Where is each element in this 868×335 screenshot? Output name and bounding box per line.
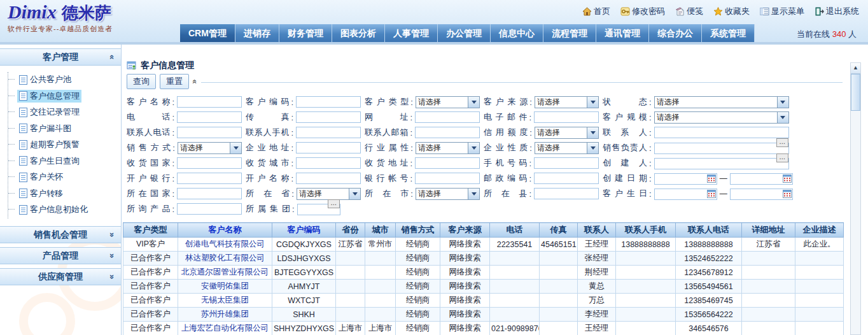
text-input[interactable] [415,111,480,123]
sidebar-item[interactable]: 超期客户预警 [12,137,121,153]
sidebar-group-header[interactable]: 销售机会管理» [0,226,121,243]
lookup-button[interactable]: … [776,153,788,162]
text-input[interactable] [534,111,599,123]
text-input[interactable] [296,173,361,184]
form-field: 信用额度:请选择 [480,127,599,139]
text-input[interactable] [654,158,789,169]
nav-tab[interactable]: 信息中心 [491,24,543,42]
sidebar-group-header[interactable]: 供应商管理» [0,268,121,285]
select-dropdown[interactable]: 请选择 [535,96,599,108]
nav-tab[interactable]: 进销存 [235,24,279,42]
text-input[interactable] [415,127,480,138]
text-input[interactable] [296,142,361,153]
select-dropdown[interactable]: 请选择 [535,142,599,154]
column-header[interactable]: 详细地址 [742,223,795,238]
column-header[interactable]: 客户编码 [272,223,336,238]
text-input[interactable] [177,96,242,108]
text-input[interactable] [177,173,242,184]
scroll-up-button[interactable]: ▲ [851,63,860,74]
nav-tab[interactable]: 流程管理 [543,24,596,42]
reset-button[interactable]: 重置 [160,74,189,89]
text-input[interactable] [654,143,789,154]
text-input[interactable] [534,173,599,184]
lookup-button[interactable]: … [776,138,788,147]
nav-tab[interactable]: 办公管理 [438,24,491,42]
select-dropdown[interactable]: 请选择 [416,96,480,108]
nav-tab[interactable]: 系统管理 [702,24,755,42]
select-dropdown[interactable]: 请选择 [654,111,789,124]
text-input[interactable] [296,96,361,108]
sidebar-item[interactable]: 客户漏斗图 [12,121,121,138]
query-button[interactable]: 查询 [127,74,156,89]
customer-name-link[interactable]: 创港电气科技有限公司 [178,238,272,252]
select-dropdown[interactable]: 请选择 [654,96,789,108]
column-header[interactable]: 传真 [540,223,578,238]
calendar-icon[interactable] [707,174,716,183]
nav-tab[interactable]: 通讯管理 [596,24,649,42]
calendar-icon[interactable] [707,189,716,198]
text-input[interactable] [177,203,242,215]
text-input[interactable] [415,157,480,169]
select-dropdown[interactable]: 请选择 [297,188,361,200]
quicklink[interactable]: 显示菜单 [759,6,804,17]
column-header[interactable]: 联系人电话 [676,223,742,238]
text-input[interactable] [415,173,480,184]
quicklink[interactable]: 修改密码 [620,6,665,17]
text-input[interactable] [296,127,361,138]
sidebar-item[interactable]: 客户关怀 [12,169,121,186]
select-dropdown[interactable]: 请选择 [416,188,480,200]
text-input[interactable] [177,157,242,169]
text-input[interactable] [534,188,599,199]
column-header[interactable]: 客户名称 [178,223,272,238]
quicklink[interactable]: 收藏夹 [713,6,750,17]
text-input[interactable] [296,111,361,123]
column-header[interactable]: 省份 [336,223,365,238]
sidebar-item[interactable]: 客户转移 [12,186,121,203]
lookup-button[interactable]: … [328,199,340,208]
nav-tab[interactable]: CRM管理 [180,24,235,42]
quicklink[interactable]: 便笺 [675,6,703,17]
collapse-filter-icon[interactable]: « [193,77,197,86]
column-header[interactable]: 联系人 [578,223,616,238]
customer-name-link[interactable]: 林达塑胶化工有限公司 [178,252,272,266]
text-input[interactable] [654,127,789,138]
sidebar-item[interactable]: 客户生日查询 [12,153,121,170]
calendar-icon[interactable] [783,174,792,183]
sidebar-group-header[interactable]: 客户管理« [0,48,121,66]
sidebar-item[interactable]: 客户信息初始化 [12,202,121,218]
customer-name-link[interactable]: 北京通尔固管业有限公司 [178,266,272,280]
calendar-icon[interactable] [783,189,792,198]
text-input[interactable] [296,157,361,169]
nav-tab[interactable]: 图表分析 [332,24,385,42]
column-header[interactable]: 联系人手机 [616,223,676,238]
column-header[interactable]: 客户类型 [123,223,178,238]
scrollbar-thumb[interactable] [851,74,860,111]
quicklink[interactable]: 退出系统 [814,6,859,17]
sidebar-item[interactable]: 客户信息管理 [12,89,121,105]
text-input[interactable] [534,157,599,169]
column-header[interactable]: 城市 [365,223,396,238]
customer-name-link[interactable]: 上海宏艺自动化有限公司 [178,322,272,335]
form-row: 开户银行:开户名称:银行帐号:邮政编码:创建日期:— [123,171,843,186]
quicklink[interactable]: 首页 [582,6,610,17]
text-input[interactable] [177,127,242,138]
sidebar-item[interactable]: 公共客户池 [12,72,121,89]
nav-tab[interactable]: 财务管理 [279,24,332,42]
customer-name-link[interactable]: 苏州升雄集团 [178,308,272,322]
column-header[interactable]: 企业描述 [795,223,844,238]
nav-tab[interactable]: 人事管理 [385,24,438,42]
column-header[interactable]: 电话 [490,223,540,238]
customer-name-link[interactable]: 无锡太臣集团 [178,294,272,308]
column-header[interactable]: 销售方式 [396,223,440,238]
customer-name-link[interactable]: 安徽明佑集团 [178,280,272,294]
text-input[interactable] [177,188,242,199]
select-dropdown[interactable]: 请选择 [535,127,599,139]
sidebar-item[interactable]: 交往记录管理 [12,104,121,121]
vertical-scrollbar[interactable]: ▲ [850,62,861,335]
sidebar-group-header[interactable]: 产品管理» [0,247,121,264]
select-dropdown[interactable]: 请选择 [178,142,242,154]
nav-tab[interactable]: 综合办公 [649,24,702,42]
text-input[interactable] [177,111,242,123]
select-dropdown[interactable]: 请选择 [416,142,480,154]
column-header[interactable]: 客户来源 [440,223,490,238]
